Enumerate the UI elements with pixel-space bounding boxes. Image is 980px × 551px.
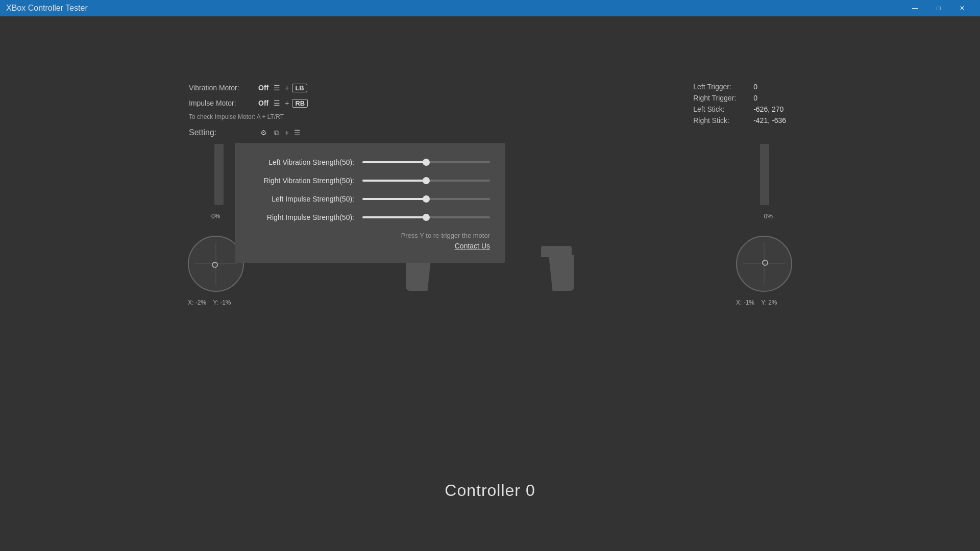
left-trigger-bar <box>214 144 224 205</box>
left-vib-slider-row: Left Vibration Strength(50): <box>250 158 490 166</box>
vibration-lb-badge: LB <box>292 84 307 92</box>
right-joystick-dot <box>762 260 768 266</box>
right-trigger-label: Right Trigger: <box>693 94 749 102</box>
vibration-motor-value: Off <box>258 84 268 92</box>
copy-icon[interactable]: ⧉ <box>272 128 282 138</box>
right-trigger-value: 0 <box>753 94 757 102</box>
right-vib-slider-fill <box>362 180 426 182</box>
left-trigger-label: Left Trigger: <box>693 83 749 91</box>
left-vib-slider-track[interactable] <box>362 161 490 163</box>
left-vib-slider-label: Left Vibration Strength(50): <box>250 158 362 166</box>
settings-row: Setting: ⚙ ⧉ + ☰ <box>189 128 308 138</box>
right-impulse-slider-track[interactable] <box>362 216 490 218</box>
right-stick-value: -421, -636 <box>753 116 786 124</box>
right-stick-y: Y: 2% <box>761 299 777 306</box>
left-stick-value: -626, 270 <box>753 105 783 113</box>
right-joystick-container: X: -1% Y: 2% <box>736 236 792 292</box>
close-button[interactable]: ✕ <box>950 0 974 16</box>
left-impulse-slider-fill <box>362 198 426 200</box>
impulse-note: To check Impulse Motor: A + LT/RT <box>189 113 308 120</box>
left-joystick-coords: X: -2% Y: -1% <box>188 299 231 306</box>
left-vib-slider-thumb[interactable] <box>423 159 430 166</box>
left-vib-slider-fill <box>362 161 426 163</box>
left-impulse-slider-label: Left Impulse Strength(50): <box>250 195 362 203</box>
right-trigger-bar <box>760 144 769 205</box>
left-impulse-slider-track[interactable] <box>362 198 490 200</box>
titlebar-controls: — □ ✕ <box>903 0 974 16</box>
impulse-rb-badge: RB <box>292 99 308 108</box>
controller-label: Controller 0 <box>445 481 535 500</box>
settings-modal: Left Vibration Strength(50): Right Vibra… <box>235 143 505 263</box>
maximize-button[interactable]: □ <box>927 0 950 16</box>
right-vib-slider-thumb[interactable] <box>423 177 430 184</box>
right-joystick-coords: X: -1% Y: 2% <box>736 299 777 306</box>
right-stick-x: X: -1% <box>736 299 754 306</box>
main-content: Vibration Motor: Off ☰ + LB Impulse Moto… <box>0 16 980 551</box>
contact-us-link[interactable]: Contact Us <box>455 242 490 250</box>
left-stick-status: Left Stick: -626, 270 <box>693 105 786 113</box>
left-stick-label: Left Stick: <box>693 105 749 113</box>
modal-footer: Press Y to re-trigger the motor Contact … <box>250 232 490 251</box>
vibration-motor-row: Vibration Motor: Off ☰ + LB <box>189 83 308 93</box>
left-stick-y: Y: -1% <box>213 299 231 306</box>
settings-menu-icon[interactable]: ☰ <box>292 128 302 138</box>
controls-panel: Vibration Motor: Off ☰ + LB Impulse Moto… <box>189 83 308 138</box>
left-trigger-status: Left Trigger: 0 <box>693 83 786 91</box>
right-impulse-slider-fill <box>362 216 426 218</box>
left-stick-x: X: -2% <box>188 299 206 306</box>
left-impulse-slider-row: Left Impulse Strength(50): <box>250 195 490 203</box>
right-trigger-shape <box>549 255 574 291</box>
impulse-menu-icon[interactable]: ☰ <box>272 98 282 108</box>
titlebar: XBox Controller Tester — □ ✕ <box>0 0 980 16</box>
left-trigger-pct: 0% <box>211 213 220 220</box>
right-vib-slider-track[interactable] <box>362 180 490 182</box>
impulse-motor-label: Impulse Motor: <box>189 99 255 107</box>
vibration-menu-icon[interactable]: ☰ <box>272 83 282 93</box>
right-stick-status: Right Stick: -421, -636 <box>693 116 786 124</box>
right-trigger-pct: 0% <box>764 213 773 220</box>
right-stick-label: Right Stick: <box>693 116 749 124</box>
right-vib-slider-label: Right Vibration Strength(50): <box>250 177 362 185</box>
modal-hint: Press Y to re-trigger the motor <box>250 232 490 239</box>
minimize-button[interactable]: — <box>903 0 927 16</box>
left-trigger-value: 0 <box>753 83 757 91</box>
left-joystick-dot <box>212 262 218 268</box>
setting-label: Setting: <box>189 128 255 137</box>
gear-icon[interactable]: ⚙ <box>258 128 268 138</box>
impulse-motor-value: Off <box>258 99 268 107</box>
right-impulse-slider-label: Right Impulse Strength(50): <box>250 213 362 221</box>
status-panel: Left Trigger: 0 Right Trigger: 0 Left St… <box>693 83 786 128</box>
titlebar-title: XBox Controller Tester <box>6 4 88 13</box>
right-trigger-status: Right Trigger: 0 <box>693 94 786 102</box>
right-vib-slider-row: Right Vibration Strength(50): <box>250 177 490 185</box>
right-impulse-slider-row: Right Impulse Strength(50): <box>250 213 490 221</box>
impulse-motor-row: Impulse Motor: Off ☰ + RB <box>189 98 308 108</box>
left-impulse-slider-thumb[interactable] <box>423 195 430 203</box>
right-impulse-slider-thumb[interactable] <box>423 214 430 221</box>
vibration-motor-label: Vibration Motor: <box>189 84 255 92</box>
right-joystick-circle <box>736 236 792 292</box>
